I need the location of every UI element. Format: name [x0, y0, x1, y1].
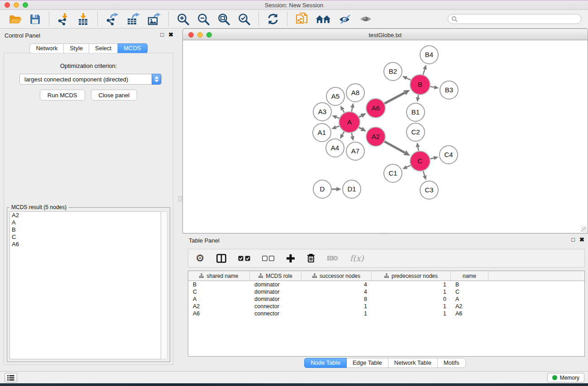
cell-successors[interactable]: 8 — [301, 295, 372, 303]
table-tab-node-table[interactable]: Node Table — [304, 358, 347, 368]
network-edge-A-A2[interactable] — [359, 127, 366, 131]
cell-name[interactable]: A2 — [451, 303, 488, 310]
network-edge-A-A8[interactable] — [350, 103, 354, 112]
float-panel-icon[interactable]: □ — [160, 31, 164, 38]
table-tab-network-table[interactable]: Network Table — [388, 358, 438, 368]
network-node-A4[interactable]: A4 — [326, 139, 344, 157]
zoom-in-button[interactable] — [175, 12, 191, 27]
network-node-A2[interactable]: A2 — [366, 127, 385, 146]
tab-mcds[interactable]: MCDS — [118, 43, 147, 53]
cell-shared_name[interactable]: C — [188, 288, 250, 295]
cell-successors[interactable]: 4 — [301, 281, 372, 288]
cell-name[interactable]: B — [451, 281, 488, 288]
add-column-button[interactable] — [286, 254, 295, 263]
network-node-D[interactable]: D — [313, 180, 331, 198]
cell-shared_name[interactable]: A2 — [188, 303, 250, 310]
close-panel-icon[interactable]: ✖ — [168, 31, 173, 38]
column-header-name[interactable]: name — [451, 271, 488, 281]
network-node-C1[interactable]: C1 — [384, 164, 402, 182]
table-row[interactable]: Bdominator41B — [188, 281, 584, 288]
home-view-button[interactable] — [314, 12, 333, 26]
show-hide-details-button[interactable] — [357, 13, 374, 25]
criterion-select[interactable]: largest connected component (directed) — [19, 74, 162, 85]
zoom-out-button[interactable] — [195, 12, 212, 27]
cell-predecessors[interactable]: 1 — [372, 303, 451, 310]
close-table-panel-icon[interactable]: ✖ — [579, 236, 584, 243]
network-canvas[interactable]: ABCA2A6A1A3A4A5A7A8B1B2B3B4C1C2C3C4DD1 — [182, 40, 588, 234]
network-edge-C-C3[interactable] — [423, 171, 427, 180]
save-session-button[interactable] — [27, 12, 43, 26]
delete-table-button[interactable] — [327, 255, 338, 261]
cell-shared_name[interactable]: B — [188, 281, 250, 288]
network-node-B[interactable]: B — [410, 75, 430, 95]
column-header-predecessors[interactable]: predecessor nodes — [372, 271, 451, 281]
zoom-selected-button[interactable] — [236, 12, 253, 27]
mcds-result-item[interactable]: A — [10, 219, 161, 226]
export-image-button[interactable] — [145, 12, 163, 27]
cell-successors[interactable]: 4 — [301, 288, 372, 295]
select-all-columns-button[interactable] — [238, 256, 250, 261]
table-row[interactable]: A2connector11A2 — [188, 303, 584, 310]
cell-predecessors[interactable]: 1 — [372, 310, 451, 317]
network-edge-C-C1[interactable] — [402, 165, 411, 169]
hide-graphics-details-button[interactable] — [336, 12, 354, 26]
refresh-view-button[interactable] — [265, 12, 281, 26]
resize-grip-icon[interactable] — [581, 227, 587, 232]
network-node-C4[interactable]: C4 — [440, 146, 458, 164]
network-node-D1[interactable]: D1 — [343, 180, 361, 198]
network-node-A[interactable]: A — [339, 112, 360, 133]
task-history-button[interactable] — [5, 373, 17, 382]
network-node-C3[interactable]: C3 — [420, 181, 438, 199]
network-node-B3[interactable]: B3 — [440, 81, 458, 99]
table-tab-motifs[interactable]: Motifs — [438, 358, 466, 368]
network-edge-A-A6[interactable] — [359, 113, 366, 118]
table-settings-button[interactable]: ⚙ — [196, 253, 205, 263]
export-table-button[interactable] — [124, 12, 142, 27]
table-row[interactable]: Cdominator41C — [188, 288, 584, 295]
network-edge-D-D1[interactable] — [332, 187, 341, 191]
network-node-B2[interactable]: B2 — [384, 62, 402, 81]
tab-style[interactable]: Style — [64, 43, 89, 53]
network-edge-A-A5[interactable] — [340, 105, 344, 113]
network-edge-A-A3[interactable] — [332, 115, 339, 119]
cell-name[interactable]: A6 — [451, 310, 488, 317]
network-node-A6[interactable]: A6 — [366, 99, 385, 118]
split-view-button[interactable] — [216, 254, 226, 263]
table-row[interactable]: A6connector11A6 — [188, 310, 584, 317]
network-edge-C-C2[interactable] — [416, 143, 420, 151]
result-scrollbar[interactable] — [161, 211, 167, 359]
network-node-A7[interactable]: A7 — [346, 142, 364, 160]
deselect-all-columns-button[interactable] — [262, 256, 274, 261]
create-network-from-selection-button[interactable] — [293, 11, 310, 27]
function-builder-button[interactable]: f(x) — [350, 253, 364, 263]
network-node-B4[interactable]: B4 — [420, 46, 438, 64]
zoom-fit-button[interactable] — [215, 12, 232, 27]
network-node-A8[interactable]: A8 — [346, 84, 364, 102]
column-header-mcds_role[interactable]: MCDS role — [250, 271, 301, 281]
network-edge-A6-B[interactable] — [384, 90, 410, 104]
cell-shared_name[interactable]: A6 — [188, 310, 250, 317]
network-edge-A2-C[interactable] — [384, 142, 410, 156]
network-node-C2[interactable]: C2 — [406, 123, 425, 141]
network-node-A1[interactable]: A1 — [313, 124, 331, 142]
mcds-result-item[interactable]: B — [10, 226, 161, 234]
import-network-button[interactable] — [55, 12, 72, 27]
network-node-A5[interactable]: A5 — [326, 87, 344, 105]
network-edge-B-B3[interactable] — [430, 85, 439, 89]
cell-mcds_role[interactable]: dominator — [250, 295, 301, 303]
run-mcds-button[interactable]: Run MCDS — [40, 90, 85, 100]
cell-name[interactable]: A — [451, 295, 488, 303]
network-edge-A-A1[interactable] — [332, 125, 339, 129]
network-edge-B-B4[interactable] — [423, 65, 427, 75]
cell-successors[interactable]: 1 — [301, 310, 372, 317]
close-panel-button[interactable]: Close panel — [91, 90, 138, 100]
cell-predecessors[interactable]: 1 — [372, 288, 451, 295]
network-edge-A-A7[interactable] — [350, 133, 354, 141]
mcds-result-item[interactable]: A2 — [10, 212, 161, 219]
cell-mcds_role[interactable]: dominator — [250, 288, 301, 295]
network-node-C[interactable]: C — [410, 151, 430, 171]
delete-column-button[interactable] — [307, 253, 315, 263]
table-tab-edge-table[interactable]: Edge Table — [347, 358, 388, 368]
mcds-result-item[interactable]: C — [10, 234, 161, 241]
column-header-successors[interactable]: successor nodes — [301, 271, 372, 281]
